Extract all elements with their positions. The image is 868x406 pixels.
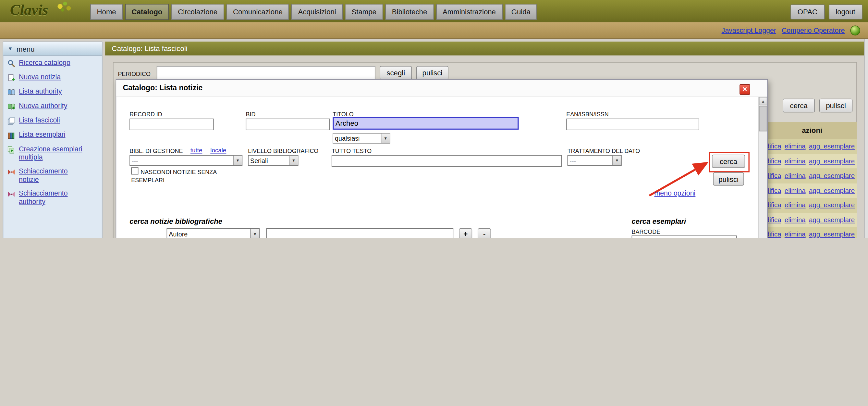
app-logo: Clavis [10, 2, 48, 19]
sidebar-item-creazione-esemplari-multipla[interactable]: Creazione esemplari multipla [3, 142, 102, 164]
modifica-link[interactable]: modifica [767, 186, 781, 194]
agg-esemplare-link[interactable]: agg. esemplare [809, 143, 855, 150]
nascondi-label-line2: ESEMPLARI [131, 177, 164, 183]
chevron-down-icon: ▼ [250, 229, 259, 238]
tab-home[interactable]: Home [90, 4, 123, 20]
tab-circolazione[interactable]: Circolazione [171, 4, 224, 20]
nascondi-checkbox[interactable] [131, 167, 138, 174]
chevron-down-icon: ▼ [233, 155, 242, 165]
ean-input[interactable] [566, 119, 699, 130]
barcode-input[interactable] [632, 235, 737, 238]
new-authority-icon [7, 103, 16, 111]
campo-input-1[interactable] [267, 228, 454, 238]
campo-select-1[interactable]: Autore ▼ [167, 228, 260, 238]
logout-button[interactable]: logout [829, 4, 863, 20]
authority-list-icon [7, 88, 16, 96]
tab-comunicazione[interactable]: Comunicazione [226, 4, 289, 20]
tab-biblioteche[interactable]: Biblioteche [385, 4, 434, 20]
sidebar-item-nuova-notizia[interactable]: Nuova notizia [3, 70, 102, 85]
titolo-input[interactable] [333, 117, 519, 129]
sidebar-item-schiacciamento-authority[interactable]: Schiacciamento authority [3, 187, 102, 209]
livello-select[interactable]: Seriali ▼ [248, 155, 298, 166]
screen: Clavis Home Catalogo Circolazione Comuni… [0, 0, 868, 238]
record-id-input[interactable] [129, 119, 214, 130]
javascript-logger-link[interactable]: Javascript Logger [722, 26, 776, 34]
agg-esemplare-link[interactable]: agg. esemplare [809, 172, 855, 180]
modifica-link[interactable]: modifica [767, 157, 781, 165]
elimina-link[interactable]: elimina [785, 231, 806, 238]
qualsiasi-select[interactable]: qualsiasi ▼ [333, 133, 390, 143]
trattamento-select[interactable]: --- ▼ [567, 155, 622, 166]
bibl-gestione-label: BIBL. DI GESTIONE [129, 147, 183, 154]
bid-input[interactable] [246, 119, 330, 130]
modifica-link[interactable]: modifica [767, 143, 781, 150]
agg-esemplare-link[interactable]: agg. esemplare [809, 157, 855, 165]
cerca-background-button[interactable]: cerca [783, 99, 815, 113]
sidebar-item-lista-authority[interactable]: Lista authority [3, 85, 102, 99]
modifica-link[interactable]: modifica [767, 201, 781, 209]
bid-label: BID [246, 111, 255, 117]
table-row: modificaeliminaagg. esemplare [767, 227, 857, 238]
elimina-link[interactable]: elimina [785, 172, 806, 180]
sidebar-item-ricerca-catalogo[interactable]: Ricerca catalogo [3, 56, 102, 70]
elimina-link[interactable]: elimina [785, 186, 806, 194]
page-scrollbar[interactable] [864, 39, 868, 238]
table-row: modificaeliminaagg. esemplare [767, 198, 857, 213]
pulisci-periodico-button[interactable]: pulisci [416, 66, 448, 80]
operator-link[interactable]: Comperio Operatore [782, 26, 845, 34]
table-row: modificaeliminaagg. esemplare [767, 212, 857, 228]
scrollbar-thumb[interactable] [759, 106, 767, 131]
periodico-label: PERIODICO [118, 70, 151, 77]
lista-notizie-dialog: Catalogo: Lista notizie ✕ RECORD ID BID … [116, 79, 768, 238]
issues-list-icon [7, 117, 16, 125]
tutto-testo-label: TUTTO TESTO [332, 147, 372, 154]
table-row: modificaeliminaagg. esemplare [767, 183, 857, 199]
tab-guida[interactable]: Guida [504, 4, 537, 20]
agg-esemplare-link[interactable]: agg. esemplare [809, 201, 855, 209]
modifica-link[interactable]: modifica [767, 172, 781, 180]
modifica-link[interactable]: modifica [767, 231, 781, 238]
help-icon[interactable] [850, 25, 860, 35]
chevron-down-icon: ▼ [381, 134, 390, 143]
tutte-link[interactable]: tutte [190, 147, 203, 153]
sidebar-item-nuova-authority[interactable]: Nuova authority [3, 99, 102, 113]
multiple-copies-icon [7, 146, 16, 154]
esemplari-heading: cerca esemplari [632, 217, 686, 226]
add-row-button[interactable]: + [459, 228, 472, 238]
sidebar-item-schiacciamento-notizie[interactable]: Schiacciamento notizie [3, 165, 102, 187]
sidebar-item-lista-esemplari[interactable]: Lista esemplari [3, 128, 102, 142]
tutto-testo-input[interactable] [332, 155, 562, 167]
agg-esemplare-link[interactable]: agg. esemplare [809, 216, 855, 224]
dialog-title-bar: Catalogo: Lista notizie [116, 80, 767, 96]
meno-opzioni-link[interactable]: meno opzioni [654, 190, 695, 197]
pulisci-background-button[interactable]: pulisci [819, 99, 852, 113]
remove-row-button[interactable]: - [478, 228, 491, 238]
modifica-link[interactable]: modifica [767, 216, 781, 224]
scroll-up-icon[interactable]: ▲ [759, 97, 767, 106]
close-icon[interactable]: ✕ [740, 84, 750, 94]
elimina-link[interactable]: elimina [785, 201, 806, 209]
notizie-heading: cerca notizie bibliografiche [129, 217, 222, 226]
pulisci-dialog-button[interactable]: pulisci [713, 172, 744, 186]
trattamento-label: TRATTAMENTO DEL DATO [567, 147, 640, 154]
sidebar-menu-header[interactable]: ▼ menu [3, 42, 102, 56]
menu-title: menu [17, 45, 34, 53]
scegli-button[interactable]: scegli [380, 66, 412, 80]
tab-stampe[interactable]: Stampe [345, 4, 383, 20]
elimina-link[interactable]: elimina [785, 143, 806, 150]
bibl-gestione-select[interactable]: --- ▼ [129, 155, 242, 166]
tab-acquisizioni[interactable]: Acquisizioni [291, 4, 343, 20]
sidebar-item-lista-fascicoli[interactable]: Lista fascicoli [3, 114, 102, 128]
opac-button[interactable]: OPAC [790, 4, 825, 20]
periodico-input[interactable] [157, 66, 375, 80]
nascondi-label-line1: NASCONDI NOTIZIE SENZA [141, 169, 217, 175]
tab-catalogo[interactable]: Catalogo [125, 4, 169, 20]
tab-amministrazione[interactable]: Amministrazione [436, 4, 503, 20]
locale-link[interactable]: locale [210, 147, 226, 153]
elimina-link[interactable]: elimina [785, 157, 806, 165]
agg-esemplare-link[interactable]: agg. esemplare [809, 231, 855, 238]
table-row: modificaeliminaagg. esemplare [767, 154, 857, 169]
agg-esemplare-link[interactable]: agg. esemplare [809, 186, 855, 194]
dialog-title: Catalogo: Lista notizie [123, 84, 203, 92]
elimina-link[interactable]: elimina [785, 216, 806, 224]
